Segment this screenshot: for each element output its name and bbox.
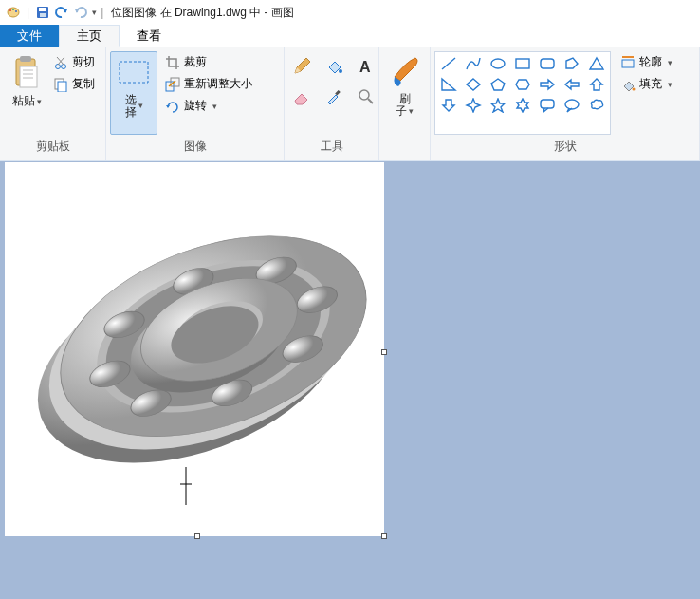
shape-star5-icon[interactable]	[487, 96, 509, 115]
shape-callout-round-icon[interactable]	[536, 96, 559, 115]
fill-icon	[620, 77, 636, 92]
panel-tools-label: 工具	[285, 135, 378, 160]
svg-point-1	[9, 9, 11, 11]
outline-icon	[620, 55, 636, 70]
svg-point-22	[339, 69, 342, 73]
tab-home[interactable]: 主页	[59, 25, 120, 47]
paste-icon	[9, 53, 44, 91]
ribbon: 粘贴▾ 剪切 复制 剪贴板 选 择▾	[0, 47, 700, 161]
tab-view[interactable]: 查看	[120, 25, 178, 47]
shapes-gallery[interactable]	[434, 51, 611, 135]
text-tool-icon[interactable]: A	[357, 57, 376, 76]
outline-label: 轮廓	[639, 54, 662, 70]
svg-marker-32	[590, 58, 603, 69]
canvas[interactable]	[6, 163, 383, 535]
svg-marker-43	[517, 99, 528, 112]
copy-icon	[53, 77, 68, 92]
svg-marker-35	[491, 79, 505, 90]
shape-arrow-left-icon[interactable]	[561, 75, 583, 94]
svg-marker-42	[491, 99, 505, 112]
undo-icon[interactable]	[54, 5, 69, 20]
select-label: 选 择	[125, 94, 137, 119]
shape-star6-icon[interactable]	[511, 96, 534, 115]
shape-triangle-icon[interactable]	[585, 54, 608, 73]
svg-rect-6	[40, 13, 46, 17]
resize-handle-right[interactable]	[381, 349, 387, 355]
app-icon	[6, 5, 21, 20]
svg-rect-44	[541, 100, 554, 108]
shape-diamond-icon[interactable]	[462, 75, 485, 94]
shape-star4-icon[interactable]	[462, 96, 485, 115]
separator: |	[27, 6, 29, 19]
shape-oval-icon[interactable]	[487, 54, 509, 73]
dropdown-icon: ▾	[212, 102, 217, 111]
cut-button[interactable]: 剪切	[49, 53, 99, 71]
qat-dropdown-icon[interactable]: ▾	[92, 8, 97, 17]
svg-marker-34	[467, 79, 480, 90]
svg-point-2	[12, 9, 14, 10]
svg-rect-18	[58, 82, 66, 92]
crop-icon	[165, 55, 180, 70]
svg-rect-29	[516, 59, 529, 68]
shape-rtriangle-icon[interactable]	[437, 75, 460, 94]
resize-button[interactable]: 重新调整大小	[161, 75, 256, 93]
shape-line-icon[interactable]	[437, 54, 460, 73]
panel-brush: 刷 子▾	[379, 47, 431, 160]
shape-callout-oval-icon[interactable]	[561, 96, 583, 115]
shape-arrow-up-icon[interactable]	[585, 75, 608, 94]
resize-handle-bottom[interactable]	[194, 533, 200, 539]
select-button[interactable]: 选 择▾	[110, 51, 157, 135]
eraser-tool-icon[interactable]	[292, 87, 311, 106]
dropdown-icon: ▾	[668, 58, 672, 67]
paste-label: 粘贴	[12, 93, 35, 109]
shape-arrow-down-icon[interactable]	[437, 96, 460, 115]
shape-rect-icon[interactable]	[511, 54, 534, 73]
shape-hexagon-icon[interactable]	[511, 75, 534, 94]
title-bar: | ▾ | 位图图像 在 Drawing1.dwg 中 - 画图	[0, 0, 700, 25]
redo-icon[interactable]	[73, 5, 88, 20]
svg-marker-38	[565, 80, 579, 89]
svg-point-3	[15, 10, 17, 12]
dropdown-icon: ▾	[409, 107, 414, 117]
svg-marker-40	[443, 100, 454, 111]
svg-point-13	[56, 64, 61, 68]
resize-handle-corner[interactable]	[381, 533, 387, 539]
svg-point-47	[633, 87, 636, 90]
outline-button[interactable]: 轮廓▾	[617, 53, 676, 71]
picker-tool-icon[interactable]	[324, 87, 343, 106]
magnifier-tool-icon[interactable]	[357, 87, 376, 106]
paste-button[interactable]: 粘贴▾	[4, 51, 49, 135]
crop-button[interactable]: 裁剪	[161, 53, 256, 71]
svg-marker-41	[467, 99, 480, 112]
rotate-button[interactable]: 旋转▾	[161, 97, 256, 115]
shape-pentagon-icon[interactable]	[487, 75, 509, 94]
svg-rect-19	[120, 62, 148, 83]
cut-icon	[53, 55, 68, 70]
copy-button[interactable]: 复制	[49, 75, 99, 93]
brush-button[interactable]: 刷 子▾	[383, 51, 426, 151]
fill-button[interactable]: 填充▾	[617, 75, 676, 93]
shape-curve-icon[interactable]	[462, 54, 485, 73]
fill-tool-icon[interactable]	[324, 57, 343, 76]
svg-rect-30	[541, 59, 554, 68]
save-icon[interactable]	[35, 5, 50, 20]
svg-point-45	[565, 100, 579, 109]
svg-marker-31	[566, 58, 578, 68]
rotate-icon	[165, 99, 180, 114]
ribbon-tabs: 文件 主页 查看	[0, 25, 700, 47]
shape-arrow-right-icon[interactable]	[536, 75, 559, 94]
shape-roundrect-icon[interactable]	[536, 54, 559, 73]
panel-image-label: 图像	[106, 135, 284, 160]
svg-marker-39	[591, 79, 602, 90]
tab-file[interactable]: 文件	[0, 25, 59, 47]
svg-line-27	[442, 58, 455, 69]
pencil-tool-icon[interactable]	[292, 57, 311, 76]
shape-polygon-icon[interactable]	[561, 54, 583, 73]
svg-marker-36	[516, 80, 529, 89]
panel-tools: A 工具	[285, 47, 379, 160]
svg-marker-37	[541, 80, 554, 89]
window-title: 位图图像 在 Drawing1.dwg 中 - 画图	[111, 5, 294, 21]
cut-label: 剪切	[72, 54, 95, 70]
shape-callout-cloud-icon[interactable]	[585, 96, 608, 115]
fill-label: 填充	[639, 76, 662, 92]
